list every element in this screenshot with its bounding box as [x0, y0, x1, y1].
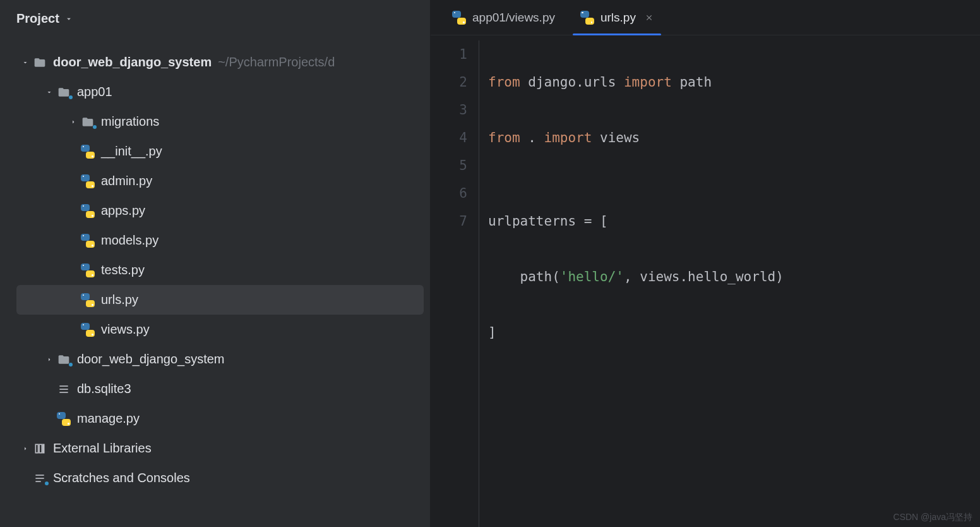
close-icon[interactable]: [645, 13, 654, 22]
tree-file-label: __init__.py: [101, 144, 162, 159]
tree-manage-label: manage.py: [77, 411, 140, 426]
svg-rect-5: [43, 444, 44, 452]
tree-file-label: apps.py: [101, 203, 145, 218]
tree-file-tests[interactable]: tests.py: [0, 255, 430, 285]
tree-db[interactable]: db.sqlite3: [0, 374, 430, 404]
chevron-down-icon: [64, 15, 73, 23]
python-file-icon: [580, 11, 594, 25]
line-number: 4: [431, 124, 467, 152]
tree-file-apps[interactable]: apps.py: [0, 196, 430, 226]
project-sidebar: Project door_web_django_system ~/Pycharm…: [0, 0, 431, 527]
tree-root-hint: ~/PycharmProjects/d: [218, 55, 335, 70]
chevron-down-icon[interactable]: [19, 59, 32, 66]
tree-file-admin[interactable]: admin.py: [0, 166, 430, 196]
python-file-icon: [56, 412, 72, 426]
python-file-icon: [80, 204, 96, 218]
python-package-icon: [80, 116, 96, 128]
scratches-icon: [32, 472, 48, 485]
python-file-icon: [80, 264, 96, 277]
code-editor[interactable]: 1 2 3 4 5 6 7 from django.urls import pa…: [431, 35, 980, 527]
database-file-icon: [56, 383, 72, 396]
tree-file-models[interactable]: models.py: [0, 226, 430, 255]
tab-label: app01/views.py: [472, 11, 555, 25]
code-content[interactable]: from django.urls import path from . impo…: [479, 40, 980, 527]
chevron-right-icon[interactable]: [19, 445, 32, 452]
project-tree: door_web_django_system ~/PycharmProjects…: [0, 37, 430, 527]
tree-file-init[interactable]: __init__.py: [0, 136, 430, 166]
library-icon: [32, 442, 48, 455]
python-file-icon: [80, 234, 96, 248]
chevron-right-icon[interactable]: [67, 118, 80, 126]
line-number: 1: [431, 40, 467, 68]
tree-file-label: views.py: [101, 322, 150, 337]
tree-file-urls[interactable]: urls.py: [16, 285, 424, 315]
python-file-icon: [80, 174, 96, 188]
svg-rect-4: [39, 444, 42, 452]
editor-tabs: app01/views.py urls.py: [431, 0, 980, 35]
tree-inner-pkg[interactable]: door_web_django_system: [0, 344, 430, 374]
line-number: 6: [431, 179, 467, 207]
tree-db-label: db.sqlite3: [77, 382, 131, 396]
tree-inner-pkg-label: door_web_django_system: [77, 352, 225, 366]
line-number: 3: [431, 96, 467, 124]
python-package-icon: [56, 86, 72, 99]
editor-area: app01/views.py urls.py 1 2 3 4 5 6 7 fro…: [431, 0, 980, 527]
tree-external-libs[interactable]: External Libraries: [0, 433, 430, 463]
tree-file-label: models.py: [101, 233, 158, 248]
chevron-right-icon[interactable]: [43, 356, 56, 363]
tree-root[interactable]: door_web_django_system ~/PycharmProjects…: [0, 47, 430, 77]
tab-urls[interactable]: urls.py: [568, 0, 666, 35]
python-file-icon: [80, 323, 96, 337]
tab-views[interactable]: app01/views.py: [439, 0, 568, 35]
tree-migrations[interactable]: migrations: [0, 107, 430, 136]
tree-migrations-label: migrations: [101, 114, 159, 129]
python-file-icon: [80, 293, 96, 307]
tree-file-views[interactable]: views.py: [0, 315, 430, 344]
python-file-icon: [452, 11, 466, 25]
line-number: 7: [431, 207, 467, 235]
tree-scratches[interactable]: Scratches and Consoles: [0, 463, 430, 493]
python-file-icon: [80, 145, 96, 159]
tab-label: urls.py: [601, 11, 636, 25]
python-package-icon: [56, 353, 72, 366]
gutter: 1 2 3 4 5 6 7: [431, 40, 479, 527]
line-number: 5: [431, 152, 467, 179]
folder-icon: [32, 56, 48, 69]
tree-file-label: urls.py: [101, 293, 138, 307]
tree-app01[interactable]: app01: [0, 77, 430, 107]
tree-file-label: admin.py: [101, 174, 152, 188]
tree-scratches-label: Scratches and Consoles: [53, 471, 190, 485]
chevron-down-icon[interactable]: [43, 88, 56, 96]
svg-rect-3: [35, 444, 38, 452]
line-number: 2: [431, 68, 467, 96]
project-header[interactable]: Project: [0, 0, 430, 37]
tree-app01-label: app01: [77, 85, 112, 99]
watermark: CSDN @java冯坚持: [893, 512, 972, 523]
tree-file-label: tests.py: [101, 263, 145, 277]
tree-external-label: External Libraries: [53, 441, 152, 456]
project-title: Project: [16, 11, 59, 26]
tree-root-label: door_web_django_system: [53, 55, 212, 70]
tree-manage[interactable]: manage.py: [0, 404, 430, 433]
